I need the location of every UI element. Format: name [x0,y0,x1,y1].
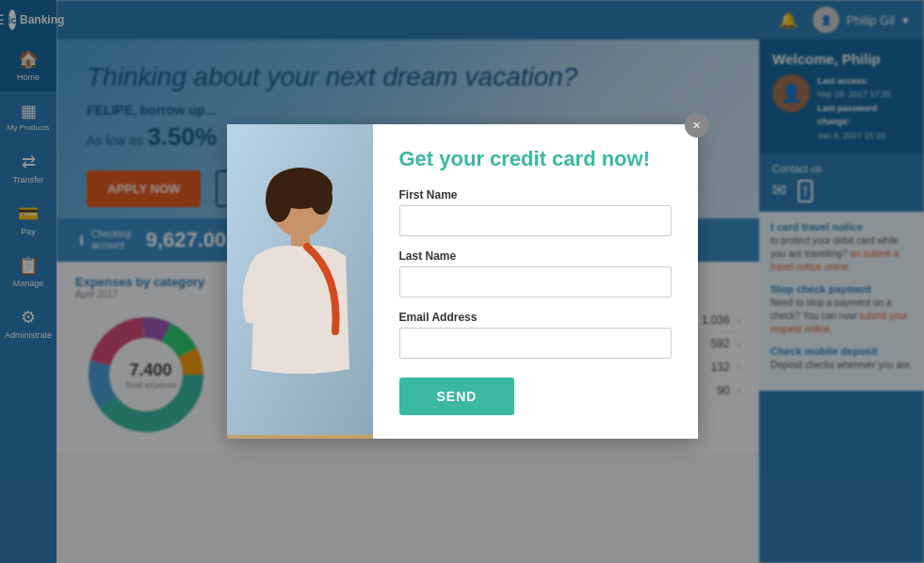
svg-point-10 [310,181,332,215]
modal-title: Get your credit card now! [399,147,672,171]
email-label: Email Address [399,311,672,324]
email-input[interactable] [399,328,672,359]
close-button[interactable]: × [685,113,709,137]
last-name-group: Last Name [399,249,672,298]
modal-image [227,124,373,439]
modal-overlay[interactable]: × [0,0,924,563]
modal-form: Get your credit card now! First Name Las… [373,124,698,439]
send-button[interactable]: SEND [399,378,515,415]
first-name-input[interactable] [399,205,672,236]
first-name-group: First Name [399,188,672,236]
last-name-input[interactable] [399,266,672,298]
first-name-label: First Name [399,188,672,201]
email-group: Email Address [399,311,672,359]
credit-card-modal: × [227,124,698,439]
last-name-label: Last Name [399,249,672,263]
svg-point-9 [266,177,292,222]
